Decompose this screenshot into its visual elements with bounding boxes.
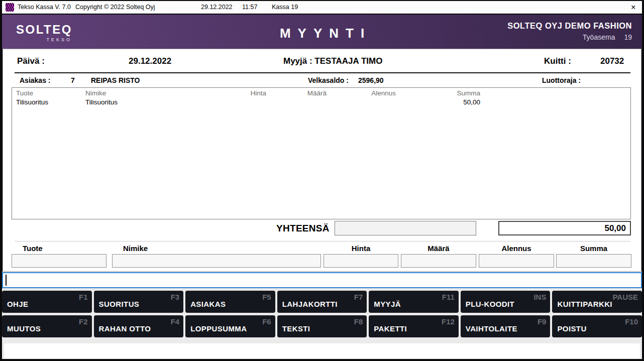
entry-field-tuote: Tuote bbox=[12, 244, 106, 268]
app-header: SOLTEQ TEKSO MYYNTI SOLTEQ OYJ DEMO FASH… bbox=[2, 15, 642, 49]
entry-field-maara: Määrä bbox=[401, 244, 476, 268]
app-window: Tekso Kassa V. 7.0 Copyright © 2022 Solt… bbox=[0, 0, 644, 361]
teksti-hotkey: F8 bbox=[354, 317, 363, 326]
vaihtolaite-button[interactable]: VAIHTOLAITE F9 bbox=[461, 315, 551, 337]
vaihtolaite-hotkey: F9 bbox=[538, 317, 547, 326]
kuittiparkki-button-label: KUITTIPARKKI bbox=[557, 300, 612, 308]
debt-balance-value: 2596,90 bbox=[358, 76, 384, 84]
nimike-input[interactable] bbox=[112, 254, 321, 268]
app-icon bbox=[6, 3, 14, 12]
credit-limit-label: Luottoraja : bbox=[542, 76, 581, 84]
entry-label-hinta: Hinta bbox=[324, 244, 398, 253]
column-header-hinta: Hinta bbox=[213, 89, 266, 97]
copyright-text: Copyright © 2022 Solteq Oyj bbox=[75, 4, 155, 11]
summa-input[interactable] bbox=[556, 254, 631, 268]
column-header-maara: Määrä bbox=[273, 89, 327, 97]
workstation-label: Työasema bbox=[583, 33, 615, 41]
command-input[interactable] bbox=[2, 272, 642, 288]
poistu-hotkey: F10 bbox=[625, 317, 638, 326]
paketti-button[interactable]: PAKETTI F12 bbox=[369, 315, 459, 337]
sale-panel: Päivä : 29.12.2022 Myyjä : TESTAAJA TIMO… bbox=[3, 49, 641, 272]
entry-field-nimike: Nimike bbox=[112, 244, 321, 268]
kuittiparkki-hotkey: PAUSE bbox=[612, 293, 638, 301]
suoritus-button[interactable]: SUORITUS F3 bbox=[94, 291, 184, 313]
teksti-button-label: TEKSTI bbox=[282, 324, 310, 333]
asiakas-button[interactable]: ASIAKAS F5 bbox=[185, 291, 275, 313]
asiakas-hotkey: F5 bbox=[262, 293, 271, 301]
customer-number: 7 bbox=[71, 76, 75, 84]
app-title: Tekso Kassa V. 7.0 bbox=[18, 4, 71, 11]
total-label: YHTEENSÄ bbox=[276, 223, 330, 234]
plu-koodit-button-label: PLU-KOODIT bbox=[466, 300, 514, 308]
paketti-hotkey: F12 bbox=[442, 317, 455, 326]
receipt-number: 20732 bbox=[600, 56, 624, 66]
plu-koodit-button[interactable]: PLU-KOODIT INS bbox=[461, 291, 551, 313]
rahan-otto-hotkey: F4 bbox=[171, 317, 180, 326]
myyja-button[interactable]: MYYJÄ F11 bbox=[369, 291, 459, 313]
workstation-number: 19 bbox=[624, 33, 632, 41]
section-divider bbox=[15, 241, 630, 242]
lahjakortti-button[interactable]: LAHJAKORTTI F7 bbox=[277, 291, 367, 313]
items-table[interactable]: Tuote Nimike Hinta Määrä Alennus Summa T… bbox=[12, 87, 631, 219]
vaihtolaite-button-label: VAIHTOLAITE bbox=[466, 324, 517, 333]
rahan-otto-button[interactable]: RAHAN OTTO F4 bbox=[94, 315, 184, 337]
date-label: Päivä : bbox=[17, 56, 45, 66]
entry-label-tuote: Tuote bbox=[12, 244, 106, 253]
lahjakortti-hotkey: F7 bbox=[354, 293, 363, 301]
store-name: SOLTEQ OYJ DEMO FASHION bbox=[507, 21, 632, 31]
total-entry-field[interactable] bbox=[335, 221, 476, 235]
receipt-label: Kuitti : bbox=[544, 56, 571, 66]
close-icon[interactable]: ✕ bbox=[631, 4, 636, 11]
row-cell-nimike: Tilisuoritus bbox=[85, 98, 118, 106]
column-header-tuote: Tuote bbox=[16, 89, 33, 97]
lahjakortti-button-label: LAHJAKORTTI bbox=[282, 300, 338, 308]
alennus-input[interactable] bbox=[479, 254, 554, 268]
customer-label: Asiakas : bbox=[20, 76, 50, 84]
row-cell-tuote: Tilisuoritus bbox=[16, 98, 48, 106]
entry-field-alennus: Alennus bbox=[479, 244, 554, 268]
loppusumma-button[interactable]: LOPPUSUMMA F6 bbox=[185, 315, 275, 337]
store-info: SOLTEQ OYJ DEMO FASHION Työasema 19 bbox=[507, 21, 632, 41]
customer-name: REIPAS RISTO bbox=[91, 76, 140, 84]
ohje-hotkey: F1 bbox=[79, 293, 88, 301]
muutos-button-label: MUUTOS bbox=[7, 324, 41, 333]
date-value: 29.12.2022 bbox=[129, 56, 171, 66]
myyja-hotkey: F11 bbox=[442, 293, 455, 301]
hinta-input[interactable] bbox=[324, 254, 398, 268]
entry-label-summa: Summa bbox=[556, 244, 631, 253]
entry-field-hinta: Hinta bbox=[324, 244, 398, 268]
suoritus-hotkey: F3 bbox=[171, 293, 180, 301]
divider-line bbox=[15, 72, 630, 73]
entry-field-summa: Summa bbox=[556, 244, 631, 268]
kuittiparkki-button[interactable]: KUITTIPARKKI PAUSE bbox=[552, 291, 642, 313]
total-amount: 50,00 bbox=[498, 221, 631, 235]
maara-input[interactable] bbox=[401, 254, 476, 268]
plu-koodit-hotkey: INS bbox=[533, 293, 546, 301]
row-cell-summa: 50,00 bbox=[427, 98, 480, 106]
paketti-button-label: PAKETTI bbox=[374, 324, 407, 333]
teksti-button[interactable]: TEKSTI F8 bbox=[277, 315, 367, 337]
register-number: Kassa 19 bbox=[272, 4, 298, 11]
workstation-info: Työasema 19 bbox=[507, 33, 632, 41]
muutos-button[interactable]: MUUTOS F2 bbox=[2, 315, 92, 337]
asiakas-button-label: ASIAKAS bbox=[190, 300, 226, 308]
titlebar-time: 11:57 bbox=[242, 4, 257, 11]
text-cursor bbox=[6, 275, 7, 286]
tuote-input[interactable] bbox=[12, 254, 106, 268]
titlebar-date: 29.12.2022 bbox=[201, 4, 233, 11]
rahan-otto-button-label: RAHAN OTTO bbox=[99, 324, 151, 333]
debt-balance-label: Velkasaldo : bbox=[308, 76, 349, 84]
column-header-alennus: Alennus bbox=[343, 89, 396, 97]
entry-label-maara: Määrä bbox=[401, 244, 476, 253]
column-header-nimike: Nimike bbox=[85, 89, 106, 97]
entry-label-alennus: Alennus bbox=[479, 244, 554, 253]
entry-label-nimike: Nimike bbox=[112, 244, 321, 253]
seller-label-value: Myyjä : TESTAAJA TIMO bbox=[283, 56, 382, 66]
status-strip bbox=[4, 343, 640, 358]
poistu-button[interactable]: POISTU F10 bbox=[552, 315, 642, 337]
column-header-summa: Summa bbox=[427, 89, 480, 97]
function-key-grid: OHJE F1 SUORITUS F3 ASIAKAS F5 LAHJAKORT… bbox=[2, 291, 642, 337]
ohje-button[interactable]: OHJE F1 bbox=[2, 291, 92, 313]
muutos-hotkey: F2 bbox=[79, 317, 88, 326]
loppusumma-button-label: LOPPUSUMMA bbox=[190, 324, 247, 333]
